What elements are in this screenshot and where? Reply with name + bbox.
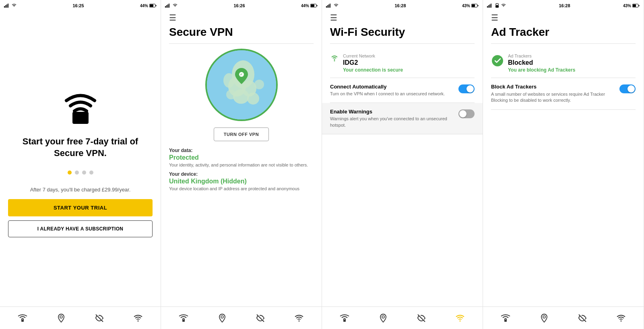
nav-eye-off-vpn[interactable] [252,309,269,327]
eye-off-nav-icon [95,313,104,323]
data-desc: Your identity, activity, and personal in… [169,162,314,168]
status-left-vpn [165,4,178,8]
svg-rect-51 [504,320,507,322]
signal-icon [4,4,10,8]
wifi-status-icon-panel3 [334,4,339,8]
eye-off-icon-wifipanel [417,313,426,323]
nav-eye-off[interactable] [91,309,108,327]
battery-text-vpn: 44% [301,4,309,8]
svg-rect-14 [169,4,169,8]
hamburger-menu-wifi[interactable]: ☰ [330,13,475,23]
connect-auto-toggle[interactable] [458,84,475,93]
nav-wifi-vpn[interactable] [290,309,308,327]
enable-warnings-desc: Warnings alert you when you've connected… [330,116,454,128]
eye-off-icon-adtracker [578,313,587,323]
network-wifi-icon [330,54,339,64]
wifi-lock-nav-icon [18,313,27,323]
status-time-vpn: 16:26 [233,3,245,8]
divider-wifi [330,43,475,44]
wifi-status-icon [12,4,17,8]
subscription-button[interactable]: I ALREADY HAVE A SUBSCRIPTION [8,220,153,237]
svg-point-23 [233,89,249,104]
bottom-nav-adtracker [483,306,644,329]
svg-point-53 [621,320,622,321]
block-setting-text: Block Ad Trackers A small number of webs… [491,84,615,104]
svg-rect-40 [343,320,346,322]
svg-point-42 [460,320,461,321]
svg-point-39 [334,60,335,62]
signal-icon-adtracker [487,4,493,8]
wifi-nav-icon [133,313,143,323]
start-trial-button[interactable]: START YOUR TRIAL [8,199,153,216]
data-section: Your data: Protected Your identity, acti… [169,148,314,168]
device-label: Your device: [169,171,314,177]
enable-warnings-toggle[interactable] [458,109,475,118]
nav-wifi-lock-vpn[interactable] [175,309,192,327]
svg-rect-50 [639,5,640,6]
map-svg: ✓ [207,50,276,119]
toggle-knob [466,85,474,93]
svg-point-9 [60,316,62,318]
lock-icon-wrapper [60,88,101,126]
nav-wifi-lock-adtracker[interactable] [497,309,514,327]
bottom-nav-wifi [322,306,483,329]
signal-icon-vpn [165,4,171,8]
nav-eye-off-adtracker[interactable] [574,309,591,327]
check-icon [491,54,504,70]
tracker-info: Ad Trackers Blocked You are blocking Ad … [508,53,575,73]
hamburger-menu-vpn[interactable]: ☰ [169,13,314,23]
status-time-wifi: 16:28 [394,3,406,8]
svg-rect-37 [472,4,475,7]
network-label: Current Network [343,53,403,58]
device-desc: Your device location and IP address are … [169,186,314,192]
nav-wifi[interactable] [129,309,147,327]
adtracker-content: ☰ Ad Tracker Ad Trackers Blocked You are… [483,11,644,306]
nav-wifi-active-wifipanel[interactable] [451,309,469,327]
status-bar-adtracker: 16:28 43% [483,0,644,11]
battery-icon [149,4,157,8]
wifi-icon-adtracker [616,313,626,323]
location-nav-icon [56,313,66,323]
dots-row [68,171,93,175]
svg-point-52 [543,316,545,318]
nav-location-vpn[interactable] [213,309,231,327]
svg-rect-17 [317,5,318,6]
dot-3 [82,171,86,175]
svg-point-41 [382,316,384,318]
location-icon-vpn [217,313,227,323]
status-left [4,4,17,8]
nav-location-adtracker[interactable] [535,309,553,327]
hamburger-menu-adtracker[interactable]: ☰ [491,13,636,23]
status-right-adtracker: 43% [623,4,640,8]
location-icon-adtracker [539,313,549,323]
data-label: Your data: [169,148,314,153]
eye-off-icon-vpn [256,313,265,323]
nav-location[interactable] [52,309,70,327]
svg-rect-43 [487,6,488,8]
nav-location-wifipanel[interactable] [374,309,392,327]
status-time: 16:25 [72,3,84,8]
map-circle: ✓ [205,49,278,121]
svg-point-22 [247,93,259,105]
nav-wifi-adtracker[interactable] [612,309,630,327]
enable-warnings-text: Enable Warnings Warnings alert you when … [330,109,454,128]
tracker-label: Ad Trackers [508,53,575,58]
status-left-wifi [326,4,339,8]
connect-auto-desc: Turn on the VPN when I connect to an uns… [330,91,454,97]
tracker-value: Blocked [508,59,575,66]
turn-off-vpn-button[interactable]: TURN OFF VPN [214,127,269,141]
status-right: 44% [140,4,157,8]
nav-wifi-lock[interactable] [14,309,31,327]
tracker-sub: You are blocking Ad Trackers [508,67,575,73]
map-container: ✓ [169,49,314,121]
vpn-content: ☰ Secure VPN [161,11,322,306]
svg-rect-7 [72,112,89,124]
svg-rect-1 [5,5,6,8]
nav-eye-off-wifipanel[interactable] [413,309,430,327]
block-setting-row: Block Ad Trackers A small number of webs… [491,78,636,110]
svg-rect-45 [489,4,490,8]
nav-wifi-lock-wifipanel[interactable] [336,309,353,327]
block-trackers-toggle[interactable] [619,84,636,93]
network-status: Your connection is secure [343,67,403,73]
svg-rect-12 [166,5,167,8]
